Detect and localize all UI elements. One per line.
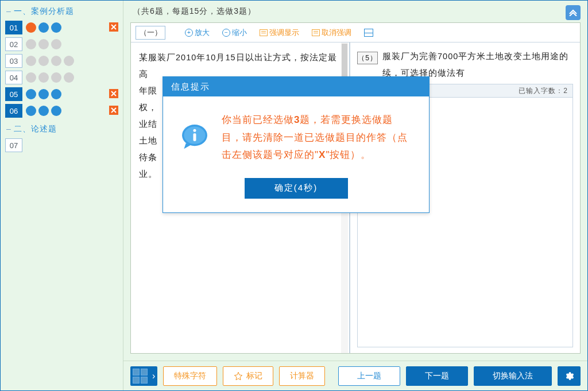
progress-dot xyxy=(64,56,74,66)
special-chars-button[interactable]: 特殊字符 xyxy=(163,366,217,386)
answer-textarea[interactable] xyxy=(357,98,573,347)
mark-button[interactable]: 标记 xyxy=(223,366,273,386)
question-text: 服装厂为完善7000平方米土地改变土地用途的 续，可选择的做法有 xyxy=(382,48,568,82)
calculator-button[interactable]: 计算器 xyxy=(279,366,325,386)
question-number[interactable]: 04 xyxy=(5,71,22,84)
question-row-03[interactable]: 03 xyxy=(5,53,118,68)
question-number[interactable]: 02 xyxy=(5,37,22,51)
settings-button[interactable] xyxy=(558,366,581,386)
content-panel: （一） +放大 −缩小 强调显示 取消强调 某服装厂2010年10月15日以出让… xyxy=(130,22,581,354)
progress-dot xyxy=(38,72,49,83)
char-count: 已输入字数：2 xyxy=(519,84,568,98)
unhighlight-button[interactable]: 取消强调 xyxy=(308,26,355,39)
progress-dots xyxy=(26,22,61,33)
scroll-top-button[interactable] xyxy=(566,5,581,20)
section-title-1: –一、案例分析题 xyxy=(6,6,114,17)
header-instruction: （共6题，每题15分，选做3题） xyxy=(123,1,587,22)
question-row-01[interactable]: 01 xyxy=(5,20,118,35)
answer-pane: （5） 服装厂为完善7000平方米土地改变土地用途的 续，可选择的做法有 齐 行… xyxy=(350,42,580,353)
zoom-out-button[interactable]: −缩小 xyxy=(219,26,250,39)
progress-dots xyxy=(26,106,61,116)
passage-tab[interactable]: （一） xyxy=(136,26,165,40)
question-number[interactable]: 01 xyxy=(5,21,22,34)
history-label[interactable]: 行题 历史记录 xyxy=(378,84,425,98)
question-row-02[interactable]: 02 xyxy=(5,37,118,52)
question-number[interactable]: 05 xyxy=(5,87,22,101)
switch-ime-button[interactable]: 切换输入法 xyxy=(474,366,552,386)
progress-dot xyxy=(51,72,61,83)
align-label[interactable]: 齐 xyxy=(362,84,370,98)
footer-bar: › 特殊字符 标记 计算器 上一题 下一题 切换输入法 xyxy=(123,361,587,390)
question-row-04[interactable]: 04 xyxy=(5,70,118,85)
question-number[interactable]: 03 xyxy=(5,54,22,68)
star-icon xyxy=(234,371,243,381)
progress-dot xyxy=(38,89,49,99)
content-toolbar: （一） +放大 −缩小 强调显示 取消强调 xyxy=(131,23,580,42)
question-head: （5） 服装厂为完善7000平方米土地改变土地用途的 续，可选择的做法有 xyxy=(357,48,573,82)
progress-dots xyxy=(26,72,74,83)
prev-question-button[interactable]: 上一题 xyxy=(338,366,400,386)
progress-dot xyxy=(51,39,61,49)
passage-pane: 某服装厂2010年10月15日以出让方式，按法定最高 年限 权， 业结 土地 待… xyxy=(131,42,350,353)
clear-answer-button[interactable] xyxy=(109,106,118,115)
progress-dot xyxy=(51,89,61,99)
split-view-button[interactable] xyxy=(361,28,377,38)
main-area: （共6题，每题15分，选做3题） （一） +放大 −缩小 强调显示 取消强调 某… xyxy=(123,1,587,390)
question-row-06[interactable]: 06 xyxy=(5,103,118,118)
passage-text: 某服装厂2010年10月15日以出让方式，按法定最高 年限 权， 业结 土地 待… xyxy=(139,49,341,183)
progress-dot xyxy=(38,22,49,33)
section-title-2: –二、论述题 xyxy=(6,124,114,134)
progress-dots xyxy=(26,56,74,66)
gear-icon xyxy=(564,371,574,381)
passage-scrollbar[interactable] xyxy=(341,42,348,353)
progress-dot xyxy=(64,72,74,83)
progress-dots xyxy=(26,39,61,49)
progress-dot xyxy=(51,106,61,116)
progress-dot xyxy=(38,39,49,49)
question-number[interactable]: 07 xyxy=(5,138,22,152)
progress-dot xyxy=(26,89,36,99)
answer-toolbar: 齐 行题 历史记录 已输入字数：2 xyxy=(357,84,573,98)
zoom-in-button[interactable]: +放大 xyxy=(181,26,213,39)
progress-dot xyxy=(51,22,61,33)
sub-question-number: （5） xyxy=(357,52,378,64)
question-row-07[interactable]: 07 xyxy=(5,138,118,153)
progress-dot xyxy=(26,72,36,83)
clear-answer-button[interactable] xyxy=(109,22,118,32)
progress-dots xyxy=(26,89,61,99)
progress-dot xyxy=(26,39,36,49)
progress-dot xyxy=(26,22,36,33)
sidebar: –一、案例分析题 010203040506 –二、论述题 07 xyxy=(1,1,123,390)
progress-dot xyxy=(38,106,49,116)
progress-dot xyxy=(26,106,36,116)
progress-dot xyxy=(26,56,36,66)
progress-dot xyxy=(51,56,61,66)
question-number[interactable]: 06 xyxy=(5,104,22,118)
highlight-button[interactable]: 强调显示 xyxy=(256,26,303,39)
question-row-05[interactable]: 05 xyxy=(5,87,118,102)
next-question-button[interactable]: 下一题 xyxy=(406,366,468,386)
progress-dot xyxy=(38,56,49,66)
clear-answer-button[interactable] xyxy=(109,89,118,98)
grid-toggle-button[interactable]: › xyxy=(130,366,157,386)
